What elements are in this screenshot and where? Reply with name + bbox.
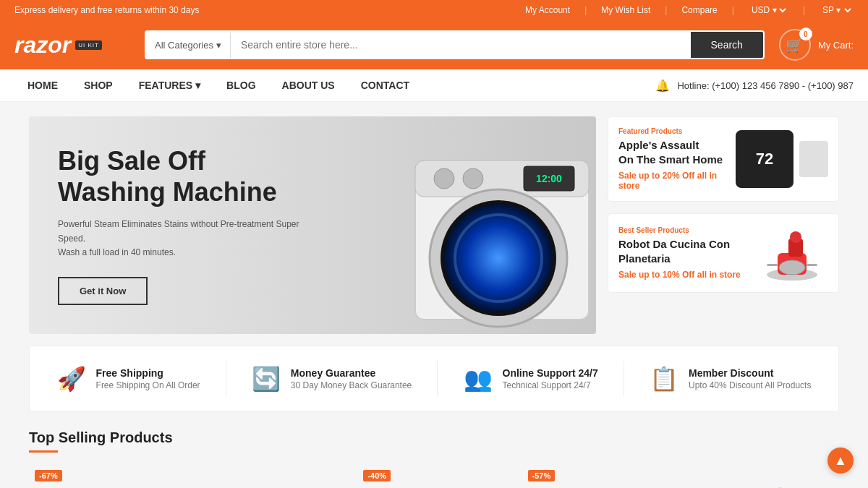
product-card-4[interactable]: -57% 🎧 [522,464,675,488]
panel-1-images: 72 [736,130,828,188]
search-category-select[interactable]: All Categories ▾ [146,33,231,58]
svg-point-9 [463,168,483,189]
logo[interactable]: razor UI KIT [14,32,130,59]
feature-shipping-title: Free Shipping [96,367,200,379]
logo-text: razor [14,32,71,59]
thermostat-small-device [799,141,828,177]
top-selling-section: Top Selling Products -67% 📱 📱 -40% 🔌 -57… [29,429,839,488]
features-bar: 🚀 Free Shipping Free Shipping On All Ord… [29,346,839,412]
washing-machine-svg: 12:00 [393,139,596,334]
chevron-down-icon: ▾ [216,40,221,51]
product-grid: -67% 📱 📱 -40% 🔌 -57% 🎧 🌿 [29,464,839,488]
currency-select[interactable]: USD ▾ EUR ▾ [749,4,788,16]
language-select[interactable]: SP ▾ EN ▾ [820,4,854,16]
nav-about[interactable]: ABOUT US [269,69,348,101]
section-underline [29,450,58,453]
svg-point-6 [444,204,553,312]
cart-button[interactable]: 🛒 0 [779,29,811,61]
panel-2-info: Best Seller Products Robot Da Cucina Con… [618,226,741,280]
panel-2-tag: Best Seller Products [618,226,741,234]
product-badge-4: -57% [528,470,556,481]
search-input[interactable] [231,32,691,58]
bell-icon: 🔔 [655,79,670,93]
nav-shop[interactable]: SHOP [71,69,126,101]
feature-shipping: 🚀 Free Shipping Free Shipping On All Ord… [57,365,200,393]
side-panels: Featured Products Apple's AssaultOn The … [608,116,839,334]
product-card-5[interactable]: 🌿 [686,464,839,488]
nav-links: HOME SHOP FEATURES ▾ BLOG ABOUT US CONTA… [14,69,422,101]
panel-2-sale: Sale up to 10% Off all in store [618,270,741,280]
feature-divider-2 [437,361,438,397]
main-content: Big Sale OffWashing Machine Powerful Ste… [14,102,854,488]
feature-discount-sub: Upto 40% Discount All Products [689,380,811,390]
hero-grid: Big Sale OffWashing Machine Powerful Ste… [29,116,839,334]
product-card-3[interactable]: -40% 🔌 [357,464,510,488]
product-image-2: 📱 [193,464,346,488]
product-card-2[interactable]: 📱 [193,464,346,488]
nav-features[interactable]: FEATURES ▾ [126,69,213,101]
hero-product-image: 12:00 [393,132,596,334]
mixer-svg [756,224,828,282]
compare-link[interactable]: Compare [681,5,717,15]
nav-blog[interactable]: BLOG [213,69,268,101]
feature-support-title: Online Support 24/7 [503,367,598,379]
refresh-icon: 🔄 [252,365,281,393]
svg-text:12:00: 12:00 [536,173,562,184]
feature-discount: 📋 Member Discount Upto 40% Discount All … [650,365,811,393]
top-bar-announcement: Express delivery and free returns within… [14,5,199,15]
nav-home[interactable]: HOME [14,69,71,101]
thermostat-image: 72 [736,130,793,188]
top-selling-title: Top Selling Products [29,429,839,446]
product-badge-3: -40% [363,470,391,481]
panel-1-sale: Sale up to 20% Off all in store [618,171,727,191]
people-icon: 👥 [464,365,493,393]
product-image-5: 🌿 [686,464,839,488]
logo-badge: UI KIT [75,40,102,50]
svg-point-13 [790,231,801,243]
cart-label: My Cart: [818,40,854,51]
feature-guarantee-sub: 30 Day Money Back Guarantee [291,380,412,390]
panel-2-title: Robot Da Cucina ConPlanetaria [618,237,741,265]
svg-rect-15 [807,264,817,266]
featured-product-panel: Featured Products Apple's AssaultOn The … [608,116,839,202]
panel-2-images [756,224,828,282]
rocket-icon: 🚀 [57,365,86,393]
cart-area: 🛒 0 My Cart: [779,29,854,61]
header: razor UI KIT All Categories ▾ Search 🛒 0… [0,20,868,69]
nav-right: 🔔 Hotline: (+100) 123 456 7890 - (+100) … [655,79,854,93]
feature-guarantee-title: Money Guarantee [291,367,412,379]
product-card-1[interactable]: -67% 📱 [29,464,182,488]
hero-title: Big Sale OffWashing Machine [58,145,318,207]
feature-shipping-sub: Free Shipping On All Order [96,380,200,390]
hotline-text: Hotline: (+100) 123 456 7890 - (+100) 98… [677,80,854,91]
feature-divider-3 [624,361,624,397]
chevron-down-icon: ▾ [195,80,200,91]
wish-list-link[interactable]: My Wish List [601,5,650,15]
chevron-up-icon: ▲ [834,453,847,468]
hero-banner: Big Sale OffWashing Machine Powerful Ste… [29,116,596,334]
top-bar: Express delivery and free returns within… [0,0,868,20]
top-bar-right: My Account | My Wish List | Compare | US… [525,4,854,16]
nav-contact[interactable]: CONTACT [348,69,422,101]
svg-point-8 [434,168,454,189]
panel-1-title: Apple's AssaultOn The Smart Home [618,138,727,166]
svg-rect-14 [767,264,778,266]
svg-point-16 [779,260,805,275]
panel-1-info: Featured Products Apple's AssaultOn The … [618,127,727,191]
feature-discount-title: Member Discount [689,367,811,379]
bestseller-product-panel: Best Seller Products Robot Da Cucina Con… [608,213,839,293]
product-badge-1: -67% [35,470,62,481]
search-bar: All Categories ▾ Search [145,30,765,59]
feature-support: 👥 Online Support 24/7 Technical Support … [464,365,598,393]
search-button[interactable]: Search [691,32,763,58]
cart-badge: 0 [799,27,812,40]
my-account-link[interactable]: My Account [525,5,570,15]
panel-1-tag: Featured Products [618,127,727,135]
feature-divider-1 [226,361,226,397]
document-icon: 📋 [650,365,678,393]
hero-text: Big Sale OffWashing Machine Powerful Ste… [58,145,318,305]
navigation: HOME SHOP FEATURES ▾ BLOG ABOUT US CONTA… [0,69,868,102]
feature-support-sub: Technical Support 24/7 [503,380,598,390]
hero-cta-button[interactable]: Get it Now [58,277,148,305]
scroll-to-top-button[interactable]: ▲ [827,448,854,474]
